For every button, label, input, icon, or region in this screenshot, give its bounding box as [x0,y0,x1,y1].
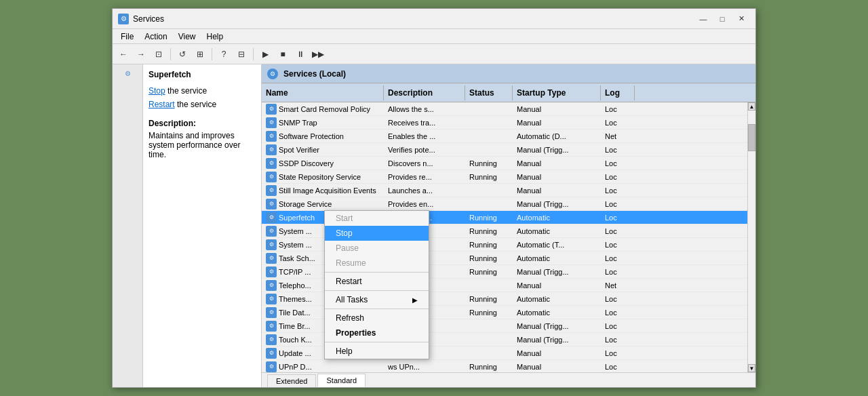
col-header-log[interactable]: Log [601,85,635,100]
help-button[interactable]: ? [216,47,232,62]
service-status-cell [465,148,513,151]
menu-action[interactable]: Action [139,31,172,43]
service-name-cell: ⚙Spot Verifier [262,143,384,157]
service-icon: ⚙ [266,199,277,210]
service-name-cell: ⚙Still Image Acquisition Events [262,184,384,197]
service-icon: ⚙ [266,348,277,359]
service-status-cell: Running [465,266,513,277]
nav-tree-icon[interactable]: ⚙ [121,67,134,79]
description-label: Description: [149,119,256,128]
tab-standard[interactable]: Standard [317,374,366,387]
refresh-button[interactable]: ↺ [174,47,191,62]
toolbar-sep-2 [212,48,212,60]
service-startup-cell: Automatic (D... [513,131,601,142]
service-status-cell: Running [465,158,513,169]
close-button[interactable]: ✕ [732,12,750,26]
scroll-up-arrow[interactable]: ▲ [748,102,755,111]
service-name-text: Tile Dat... [279,309,311,317]
scroll-down-arrow[interactable]: ▼ [748,364,755,372]
service-log-cell: Loc [601,348,635,359]
minimize-button[interactable]: — [694,12,712,26]
ctx-item-label: Restart [336,277,362,286]
forward-button[interactable]: → [133,47,149,62]
window-icon: ⚙ [118,14,129,24]
stop-button[interactable]: ■ [275,47,291,62]
service-startup-cell: Manual [513,172,601,182]
tab-extended[interactable]: Extended [267,374,316,387]
service-name-text: Software Protection [279,132,344,140]
ctx-item-help[interactable]: Help [325,344,429,359]
service-row[interactable]: ⚙Still Image Acquisition EventsLaunches … [262,184,747,197]
restart-service-link[interactable]: Restart [149,100,175,109]
service-name-text: Touch K... [279,336,312,344]
title-controls: — □ ✕ [694,12,750,26]
col-header-status[interactable]: Status [465,85,513,100]
panel-header-title: Services (Local) [283,69,346,79]
back-button[interactable]: ← [115,47,132,62]
service-name-text: System ... [279,227,312,235]
service-status-cell: Running [465,226,513,237]
ctx-item-properties[interactable]: Properties [325,325,429,340]
service-name-text: Spot Verifier [279,146,319,154]
export-button[interactable]: ⊞ [192,47,208,62]
pause-button[interactable]: ⏸ [292,47,309,62]
menu-help[interactable]: Help [201,31,229,43]
service-startup-cell: Manual [513,158,601,169]
col-header-name[interactable]: Name [262,85,384,100]
service-status-cell [465,284,513,287]
service-icon: ⚙ [266,131,277,142]
service-desc-cell: Launches a... [384,185,465,196]
menu-view[interactable]: View [173,31,201,43]
service-name-text: SNMP Trap [279,119,317,127]
service-row[interactable]: ⚙Spot VerifierVerifies pote...Manual (Tr… [262,143,747,157]
ctx-submenu-arrow: ▶ [412,296,418,304]
bottom-tabs: Extended Standard [262,372,755,387]
service-row[interactable]: ⚙State Repository ServiceProvides re...R… [262,170,747,184]
ctx-item-label: Properties [336,328,376,338]
service-icon: ⚙ [266,172,277,182]
service-startup-cell: Automatic [513,294,601,304]
service-status-cell [465,325,513,328]
restart-button[interactable]: ▶▶ [310,47,326,62]
toolbar-sep-1 [170,48,171,60]
service-name-text: Task Sch... [279,254,315,262]
service-status-cell: Running [465,361,513,372]
scroll-thumb[interactable] [748,124,755,151]
service-row[interactable]: ⚙SNMP TrapReceives tra...ManualLoc [262,116,747,130]
service-row[interactable]: ⚙SSDP DiscoveryDiscovers n...RunningManu… [262,157,747,170]
console-button[interactable]: ⊟ [233,47,250,62]
ctx-item-restart[interactable]: Restart [325,274,429,289]
service-icon: ⚙ [266,185,277,196]
service-desc-cell: Provides re... [384,172,465,182]
service-status-cell [465,338,513,341]
ctx-item-stop[interactable]: Stop [325,226,429,241]
service-name-text: System ... [279,241,312,249]
service-row[interactable]: ⚙Smart Card Removal PolicyAllows the s..… [262,102,747,116]
service-startup-cell: Automatic [513,307,601,318]
col-header-startup[interactable]: Startup Type [513,85,601,100]
service-row[interactable]: ⚙Storage ServiceProvides en...Manual (Tr… [262,197,747,211]
service-startup-cell: Automatic (T... [513,239,601,250]
up-button[interactable]: ⊡ [151,47,167,62]
service-desc-cell: Provides en... [384,199,465,210]
service-startup-cell: Automatic [513,226,601,237]
service-status-cell [465,121,513,124]
ctx-separator [325,309,429,309]
service-row[interactable]: ⚙Software ProtectionEnables the ...Autom… [262,130,747,143]
maximize-button[interactable]: □ [713,12,731,26]
ctx-item-all-tasks[interactable]: All Tasks▶ [325,292,429,307]
service-startup-cell: Manual (Trigg... [513,321,601,332]
scrollbar[interactable]: ▲ ▼ [747,102,755,372]
service-row[interactable]: ⚙UPnP D...ws UPn...RunningManualLoc [262,360,747,372]
service-name-text: Themes... [279,295,312,303]
stop-service-link[interactable]: Stop [149,86,165,96]
menu-file[interactable]: File [115,31,139,43]
service-desc-cell: Enables the ... [384,131,465,142]
ctx-item-refresh[interactable]: Refresh [325,311,429,325]
col-header-desc[interactable]: Description [384,85,465,100]
service-icon: ⚙ [266,294,277,304]
nav-panel: ⚙ [113,64,143,387]
service-log-cell: Loc [601,185,635,196]
toolbar: ← → ⊡ ↺ ⊞ ? ⊟ ▶ ■ ⏸ ▶▶ [113,44,755,64]
play-button[interactable]: ▶ [257,47,273,62]
